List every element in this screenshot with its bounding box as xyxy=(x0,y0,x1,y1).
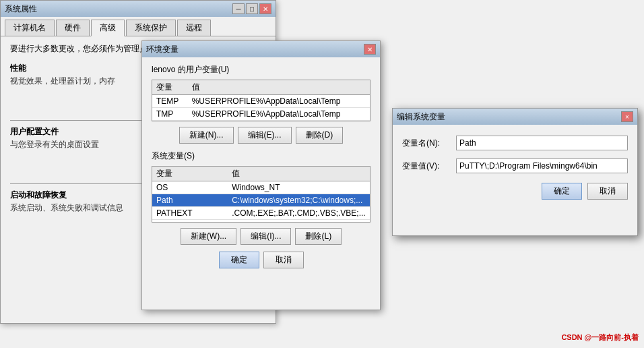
sys-delete-btn[interactable]: 删除(L) xyxy=(295,228,342,245)
tab-system-protection[interactable]: 系统保护 xyxy=(126,20,176,36)
csdn-watermark: CSDN @一路向前-执着 xyxy=(561,332,639,343)
user-vars-btn-row: 新建(N)... 编辑(E)... 删除(D) xyxy=(152,127,371,144)
tab-computer-name[interactable]: 计算机名 xyxy=(5,20,55,36)
close-button[interactable]: ✕ xyxy=(259,3,271,14)
maximize-button[interactable]: □ xyxy=(246,3,258,14)
sys-var-name: PATHEXT xyxy=(152,207,228,220)
env-bottom-btns: 确定 取消 xyxy=(152,252,371,268)
env-ok-btn[interactable]: 确定 xyxy=(219,252,259,268)
env-title-buttons: ✕ xyxy=(364,44,376,55)
edit-cancel-btn[interactable]: 取消 xyxy=(587,183,628,200)
edit-ok-btn[interactable]: 确定 xyxy=(542,183,582,200)
user-col-val: 值 xyxy=(188,80,370,95)
var-name-row: 变量名(N): xyxy=(402,136,628,150)
tab-advanced[interactable]: 高级 xyxy=(91,20,125,36)
sys-edit-btn[interactable]: 编辑(I)... xyxy=(240,228,291,245)
edit-sys-var-dialog: 编辑系统变量 × 变量名(N): 变量值(V): 确定 取消 xyxy=(392,108,638,236)
edit-close-button[interactable]: × xyxy=(621,111,633,122)
sys-var-name: Path xyxy=(152,194,228,207)
user-var-name: TEMP xyxy=(152,95,188,108)
edit-titlebar: 编辑系统变量 × xyxy=(393,109,637,125)
sys-var-name: OS xyxy=(152,181,228,194)
env-close-button[interactable]: ✕ xyxy=(364,44,376,55)
user-col-var: 变量 xyxy=(152,80,188,95)
user-vars-table: 变量 值 TEMP %USERPROFILE%\AppData\Local\Te… xyxy=(152,80,370,121)
user-vars-label: lenovo 的用户变量(U) xyxy=(152,64,371,76)
env-variables-dialog: 环境变量 ✕ lenovo 的用户变量(U) 变量 值 TEMP xyxy=(141,40,381,310)
edit-bottom-btns: 确定 取消 xyxy=(402,183,628,200)
tab-hardware[interactable]: 硬件 xyxy=(56,20,90,36)
user-delete-btn[interactable]: 删除(D) xyxy=(296,127,344,144)
sys-var-name: PROCESSOR_AR xyxy=(152,220,228,223)
var-name-input[interactable] xyxy=(456,136,628,150)
sys-col-val: 值 xyxy=(228,167,370,181)
tabs-bar: 计算机名 硬件 高级 系统保护 远程 xyxy=(1,17,276,36)
table-row[interactable]: Path C:\windows\system32;C:\windows;... xyxy=(152,194,370,207)
edit-title-buttons: × xyxy=(621,111,633,122)
sys-vars-btn-row: 新建(W)... 编辑(I)... 删除(L) xyxy=(152,228,371,245)
env-body: lenovo 的用户变量(U) 变量 值 TEMP %USERPROFILE%\… xyxy=(142,57,380,282)
edit-body: 变量名(N): 变量值(V): 确定 取消 xyxy=(393,125,637,206)
user-var-name: TMP xyxy=(152,108,188,121)
sys-vars-table: 变量 值 OS Windows_NT Path C:\windows xyxy=(152,167,370,222)
user-var-val: %USERPROFILE%\AppData\Local\Temp xyxy=(188,108,370,121)
minimize-button[interactable]: ─ xyxy=(232,3,245,14)
table-row[interactable]: PROCESSOR_AR AMD64 xyxy=(152,220,370,223)
sys-var-val: C:\windows\system32;C:\windows;... xyxy=(228,194,370,207)
sys-props-titlebar: 系统属性 ─ □ ✕ xyxy=(1,1,276,17)
table-row[interactable]: TEMP %USERPROFILE%\AppData\Local\Temp xyxy=(152,95,370,108)
sys-var-val: AMD64 xyxy=(228,220,370,223)
table-row[interactable]: OS Windows_NT xyxy=(152,181,370,194)
env-cancel-btn[interactable]: 取消 xyxy=(263,252,304,268)
var-name-label: 变量名(N): xyxy=(402,138,456,149)
sys-vars-section: 系统变量(S) 变量 值 OS Windows_N xyxy=(152,150,371,245)
table-row[interactable]: PATHEXT .COM;.EXE;.BAT;.CMD;.VBS;.VBE;..… xyxy=(152,207,370,220)
user-new-btn[interactable]: 新建(N)... xyxy=(179,127,234,144)
sys-col-var: 变量 xyxy=(152,167,228,181)
var-value-input[interactable] xyxy=(456,158,628,173)
user-var-val: %USERPROFILE%\AppData\Local\Temp xyxy=(188,95,370,108)
user-vars-table-container: 变量 值 TEMP %USERPROFILE%\AppData\Local\Te… xyxy=(152,80,371,121)
sys-vars-scrollable[interactable]: 变量 值 OS Windows_NT Path C:\windows xyxy=(152,167,370,222)
edit-dialog-title: 编辑系统变量 xyxy=(397,111,445,123)
user-edit-btn[interactable]: 编辑(E)... xyxy=(238,127,292,144)
sys-props-title: 系统属性 xyxy=(5,3,37,15)
var-value-row: 变量值(V): xyxy=(402,158,628,173)
sys-vars-label: 系统变量(S) xyxy=(152,150,371,162)
sys-vars-table-container: 变量 值 OS Windows_NT Path C:\windows xyxy=(152,166,371,223)
user-vars-scrollable[interactable]: 变量 值 TEMP %USERPROFILE%\AppData\Local\Te… xyxy=(152,80,370,121)
sys-new-btn[interactable]: 新建(W)... xyxy=(181,228,236,245)
sys-props-title-buttons: ─ □ ✕ xyxy=(232,3,271,14)
var-value-label: 变量值(V): xyxy=(402,161,456,172)
table-row[interactable]: TMP %USERPROFILE%\AppData\Local\Temp xyxy=(152,108,370,121)
env-titlebar: 环境变量 ✕ xyxy=(142,41,380,57)
sys-var-val: Windows_NT xyxy=(228,181,370,194)
sys-var-val: .COM;.EXE;.BAT;.CMD;.VBS;.VBE;... xyxy=(228,207,370,220)
tab-remote[interactable]: 远程 xyxy=(177,20,211,36)
env-dialog-title: 环境变量 xyxy=(146,44,179,55)
